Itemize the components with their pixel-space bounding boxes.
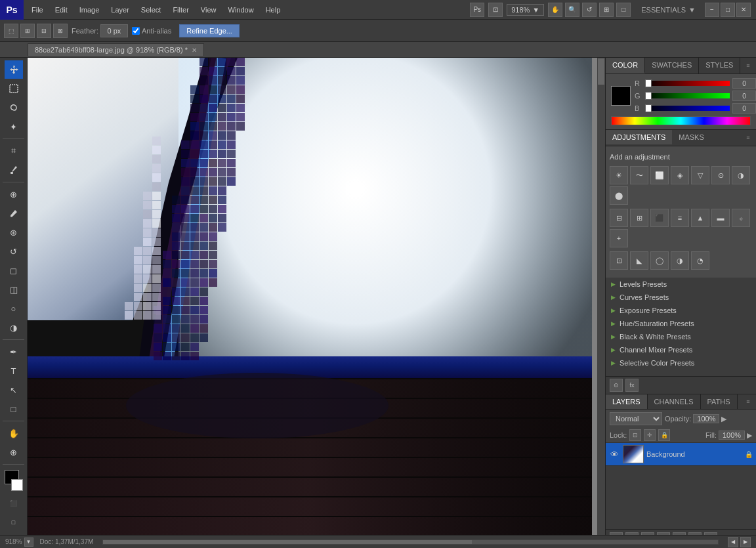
- blend-mode-select[interactable]: Normal Dissolve Multiply Screen Overlay: [610, 412, 662, 425]
- screen-mode-btn[interactable]: ⊡: [488, 3, 503, 17]
- gradient-tool[interactable]: ◫: [5, 280, 23, 299]
- menu-file[interactable]: File: [26, 3, 49, 16]
- layer-visibility-btn[interactable]: 👁: [608, 448, 620, 460]
- menu-filter[interactable]: Filter: [167, 3, 194, 16]
- brightness-adj-btn[interactable]: ☀: [610, 166, 628, 184]
- g-value[interactable]: [732, 91, 756, 101]
- path-select-tool[interactable]: ↖: [5, 381, 23, 399]
- close-btn[interactable]: ✕: [736, 3, 751, 17]
- screen-mode-tool[interactable]: □: [5, 513, 23, 532]
- layers-list[interactable]: 👁 Background 🔒: [606, 443, 756, 529]
- antialias-checkbox[interactable]: [132, 27, 140, 35]
- channel-mixer-presets-item[interactable]: ▶ Channel Mixer Presets: [606, 343, 756, 356]
- hue-sat-presets-item[interactable]: ▶ Hue/Saturation Presets: [606, 317, 756, 330]
- photo-filter-adj-btn[interactable]: ⬤: [610, 186, 628, 205]
- channel-mixer-adj-btn[interactable]: ⊟: [610, 209, 628, 227]
- b-value[interactable]: [732, 103, 756, 114]
- curves-adj-btn[interactable]: 〜: [630, 166, 648, 184]
- magic-wand-tool[interactable]: ✦: [5, 117, 23, 136]
- workspace-chevron[interactable]: ▼: [688, 6, 696, 14]
- lock-position-btn[interactable]: ✛: [644, 429, 656, 441]
- vibrance-adj-btn[interactable]: ◈: [671, 166, 689, 184]
- feather-input[interactable]: [100, 24, 128, 37]
- selective-color-presets-item[interactable]: ▶ Selective Color Presets: [606, 356, 756, 369]
- menu-window[interactable]: Window: [223, 3, 259, 16]
- gradient-map-adj-btn[interactable]: ▬: [711, 209, 730, 227]
- blur-tool[interactable]: ○: [5, 299, 23, 318]
- menu-image[interactable]: Image: [74, 3, 105, 16]
- add-selection-btn[interactable]: ⊞: [20, 24, 35, 38]
- dodge-tool[interactable]: ◑: [5, 318, 23, 337]
- presets-scroll[interactable]: ▶ Levels Presets ▶ Curves Presets ▶ Expo…: [606, 278, 756, 376]
- main-color-swatch[interactable]: [611, 86, 631, 106]
- curves2-adj-btn[interactable]: ◣: [630, 251, 648, 270]
- refine-edge-button[interactable]: Refine Edge...: [179, 24, 240, 37]
- text-tool[interactable]: T: [5, 362, 23, 380]
- pixel-adj-btn[interactable]: ⊡: [610, 251, 628, 270]
- eraser-tool[interactable]: ◻: [5, 261, 23, 280]
- masks-tab[interactable]: MASKS: [672, 130, 711, 146]
- lasso-tool[interactable]: [5, 98, 23, 117]
- marquee-tool[interactable]: [5, 79, 23, 98]
- hand-tool[interactable]: ✋: [5, 424, 23, 442]
- adj-panel-menu[interactable]: ≡: [743, 133, 753, 143]
- quick-mask-btn[interactable]: ⬛: [5, 494, 23, 513]
- opacity-chevron[interactable]: ▶: [721, 415, 726, 423]
- subtract-selection-btn[interactable]: ⊟: [37, 24, 51, 38]
- posterize-adj-btn[interactable]: ≡: [671, 209, 689, 227]
- healing-brush-tool[interactable]: ⊕: [5, 185, 23, 203]
- fill-chevron[interactable]: ▶: [747, 431, 752, 440]
- levels-presets-item[interactable]: ▶ Levels Presets: [606, 278, 756, 291]
- brush-tool[interactable]: [5, 204, 23, 222]
- hand-tool-btn[interactable]: ✋: [548, 3, 562, 17]
- new-selection-btn[interactable]: ⬚: [4, 24, 18, 38]
- color-balance-adj-btn[interactable]: ⊙: [711, 166, 730, 184]
- swatches-tab[interactable]: SWATCHES: [645, 58, 699, 74]
- b-slider[interactable]: [645, 106, 730, 111]
- crop-tool[interactable]: ⌗: [5, 142, 23, 160]
- invert-adj-btn[interactable]: ⬛: [650, 209, 669, 227]
- vertical-scrollbar-thumb[interactable]: [598, 58, 604, 85]
- rotate-tool-btn[interactable]: ↺: [582, 3, 597, 17]
- menu-help[interactable]: Help: [261, 3, 286, 16]
- canvas-area[interactable]: [28, 58, 605, 548]
- styles-tab[interactable]: STYLES: [699, 58, 740, 74]
- minimize-btn[interactable]: −: [705, 3, 719, 17]
- presets-icon2[interactable]: fx: [625, 379, 639, 392]
- main-canvas[interactable]: [28, 58, 592, 537]
- threshold-adj-btn[interactable]: ▲: [691, 209, 709, 227]
- lock-all-btn[interactable]: 🔒: [658, 429, 670, 441]
- color-panel-menu[interactable]: ≡: [743, 60, 753, 71]
- zoom-tool-btn[interactable]: 🔍: [565, 3, 579, 17]
- color-tab[interactable]: COLOR: [606, 58, 645, 74]
- vertical-scrollbar[interactable]: [597, 58, 605, 540]
- background-color[interactable]: [11, 479, 23, 491]
- add-adj-btn[interactable]: +: [610, 229, 628, 247]
- channels-tab[interactable]: CHANNELS: [648, 394, 701, 409]
- view-toggle-btn[interactable]: ⊞: [599, 3, 614, 17]
- exposure-adj-btn[interactable]: ⬜: [650, 166, 669, 184]
- menu-edit[interactable]: Edit: [50, 3, 73, 16]
- history-brush-tool[interactable]: ↺: [5, 242, 23, 261]
- menu-view[interactable]: View: [196, 3, 222, 16]
- background-layer[interactable]: 👁 Background 🔒: [606, 443, 756, 466]
- bw-adj-btn[interactable]: ◑: [732, 166, 750, 184]
- screen-btn[interactable]: □: [616, 3, 631, 17]
- r-value[interactable]: [732, 78, 756, 89]
- ps-icon-btn[interactable]: Ps: [470, 3, 484, 17]
- adjustments-tab[interactable]: ADJUSTMENTS: [606, 130, 672, 146]
- curves-presets-item[interactable]: ▶ Curves Presets: [606, 291, 756, 304]
- zoom-info-btn[interactable]: ▼: [24, 537, 33, 547]
- intersect-selection-btn[interactable]: ⊠: [53, 24, 68, 38]
- mask2-adj-btn[interactable]: ◑: [671, 251, 689, 270]
- lock-pixels-btn[interactable]: ⊡: [629, 429, 641, 441]
- bw-presets-item[interactable]: ▶ Black & White Presets: [606, 330, 756, 343]
- document-tab[interactable]: 88ce27ab649bff08-large.jpg @ 918% (RGB/8…: [28, 43, 204, 56]
- g-slider[interactable]: [645, 93, 730, 98]
- statusbar-prev-btn[interactable]: ◀: [728, 537, 738, 547]
- layers-panel-menu[interactable]: ≡: [743, 396, 753, 407]
- menu-layer[interactable]: Layer: [106, 3, 135, 16]
- fill-input[interactable]: [719, 431, 745, 440]
- opacity-input[interactable]: [693, 414, 719, 423]
- pen-tool[interactable]: ✒: [5, 343, 23, 361]
